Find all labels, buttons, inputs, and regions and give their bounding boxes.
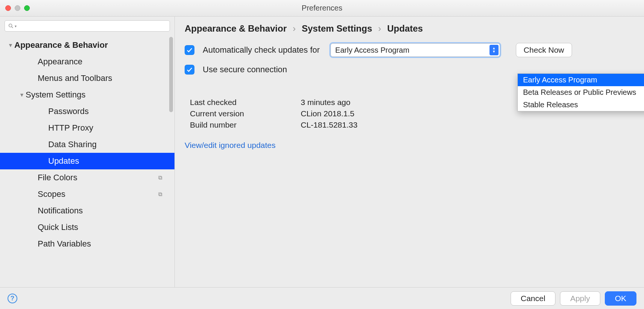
- sidebar-item-label: Appearance: [38, 57, 167, 67]
- current-version-label: Current version: [190, 109, 301, 118]
- breadcrumb-segment[interactable]: Appearance & Behavior: [185, 23, 287, 34]
- sidebar-item-label: Data Sharing: [48, 140, 167, 149]
- dropdown-option[interactable]: Early Access Program: [518, 74, 644, 86]
- preferences-tree: ▼Appearance & BehaviorAppearanceMenus an…: [0, 35, 174, 252]
- help-button[interactable]: ?: [8, 294, 17, 303]
- last-checked-value: 3 minutes ago: [301, 98, 350, 107]
- sidebar-item-label: Passwords: [48, 107, 167, 116]
- select-arrows-icon: ▲▼: [490, 45, 499, 55]
- sidebar-item-label: Notifications: [38, 206, 167, 216]
- update-channel-selected-value: Early Access Program: [335, 46, 410, 55]
- build-number-value: CL-181.5281.33: [301, 120, 358, 129]
- chevron-right-icon: ›: [293, 23, 296, 34]
- dropdown-option[interactable]: Stable Releases: [518, 99, 644, 111]
- sidebar-item-label: System Settings: [26, 90, 167, 100]
- breadcrumb: Appearance & Behavior › System Settings …: [185, 23, 634, 34]
- search-input[interactable]: ▾: [5, 20, 170, 32]
- sidebar-item-label: HTTP Proxy: [48, 123, 167, 133]
- apply-button[interactable]: Apply: [560, 291, 600, 306]
- auto-check-updates-checkbox[interactable]: [185, 45, 194, 55]
- window-title: Preferences: [0, 4, 644, 12]
- check-icon: [186, 47, 193, 53]
- svg-point-0: [9, 24, 12, 27]
- sidebar-item[interactable]: Notifications: [0, 202, 174, 219]
- search-icon: [8, 23, 14, 29]
- check-icon: [186, 66, 193, 73]
- sidebar-item-label: Menus and Toolbars: [38, 73, 167, 83]
- search-history-chevron-icon[interactable]: ▾: [15, 24, 17, 28]
- check-now-button[interactable]: Check Now: [516, 43, 572, 57]
- secure-connection-checkbox[interactable]: [185, 65, 194, 75]
- sidebar-item-label: Updates: [48, 156, 167, 166]
- preferences-content: Appearance & Behavior › System Settings …: [175, 17, 644, 287]
- sidebar-item[interactable]: HTTP Proxy: [0, 120, 174, 136]
- disclosure-triangle-icon[interactable]: ▼: [7, 42, 14, 48]
- sidebar-item-label: Appearance & Behavior: [14, 40, 167, 50]
- chevron-right-icon: ›: [378, 23, 381, 34]
- sidebar-item[interactable]: Menus and Toolbars: [0, 70, 174, 87]
- sidebar-item[interactable]: Updates: [0, 153, 174, 169]
- build-number-label: Build number: [190, 120, 301, 129]
- dialog-footer: ? Cancel Apply OK: [0, 287, 644, 309]
- sidebar-item[interactable]: ▼System Settings: [0, 87, 174, 103]
- dropdown-option[interactable]: Beta Releases or Public Previews: [518, 86, 644, 99]
- current-version-value: CLion 2018.1.5: [301, 109, 354, 118]
- update-channel-select[interactable]: Early Access Program ▲▼: [330, 43, 500, 57]
- breadcrumb-segment: Updates: [387, 23, 423, 34]
- sidebar-item[interactable]: Data Sharing: [0, 136, 174, 153]
- last-checked-label: Last checked: [190, 98, 301, 107]
- breadcrumb-segment[interactable]: System Settings: [302, 23, 372, 34]
- sidebar-scrollbar[interactable]: [169, 37, 173, 112]
- sidebar-item[interactable]: Appearance: [0, 53, 174, 70]
- update-channel-dropdown[interactable]: Early Access Program Beta Releases or Pu…: [517, 73, 644, 111]
- sidebar-item-label: Path Variables: [38, 239, 167, 249]
- sidebar-item[interactable]: Passwords: [0, 103, 174, 120]
- sidebar-item[interactable]: Quick Lists: [0, 219, 174, 236]
- ignored-updates-link[interactable]: View/edit ignored updates: [185, 141, 634, 150]
- ok-button[interactable]: OK: [605, 291, 636, 306]
- auto-check-updates-label: Automatically check updates for: [203, 45, 320, 55]
- svg-line-1: [12, 27, 13, 28]
- project-level-badge-icon: ⧉: [158, 174, 162, 181]
- sidebar-item-label: Scopes: [38, 189, 158, 199]
- sidebar-item-label: Quick Lists: [38, 222, 167, 232]
- cancel-button[interactable]: Cancel: [511, 291, 555, 306]
- titlebar: Preferences: [0, 0, 644, 17]
- sidebar-item[interactable]: ▼Appearance & Behavior: [0, 37, 174, 53]
- sidebar-item-label: File Colors: [38, 173, 158, 183]
- sidebar-item[interactable]: Path Variables: [0, 236, 174, 252]
- preferences-sidebar: ▾ ▼Appearance & BehaviorAppearanceMenus …: [0, 17, 175, 287]
- sidebar-item[interactable]: Scopes⧉: [0, 186, 174, 202]
- secure-connection-label: Use secure connection: [203, 65, 287, 75]
- sidebar-item[interactable]: File Colors⧉: [0, 169, 174, 186]
- project-level-badge-icon: ⧉: [158, 191, 162, 198]
- disclosure-triangle-icon[interactable]: ▼: [18, 92, 26, 98]
